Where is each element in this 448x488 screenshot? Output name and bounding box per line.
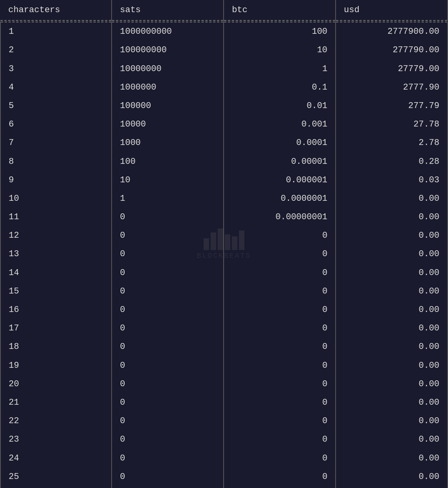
cell-chars: 22 bbox=[0, 412, 112, 430]
table-container: characters sats btc usd 1100000000010027… bbox=[0, 0, 448, 488]
col-header-usd: usd bbox=[336, 0, 448, 20]
cell-sats: 0 bbox=[112, 226, 224, 245]
cell-btc: 100 bbox=[224, 22, 336, 41]
cell-usd: 27.78 bbox=[336, 115, 448, 134]
cell-btc: 0 bbox=[224, 264, 336, 282]
cell-sats: 0 bbox=[112, 412, 224, 430]
cell-btc: 0 bbox=[224, 282, 336, 301]
cell-sats: 1 bbox=[112, 189, 224, 208]
cell-sats: 100 bbox=[112, 152, 224, 171]
table-row: 18000.00 bbox=[0, 338, 448, 356]
table-row: 110000000001002777900.00 bbox=[0, 22, 448, 41]
cell-btc: 0.000001 bbox=[224, 171, 336, 189]
cell-chars: 17 bbox=[0, 319, 112, 338]
cell-usd: 0.00 bbox=[336, 226, 448, 245]
table-row: 25000.00 bbox=[0, 468, 448, 486]
cell-usd: 0.00 bbox=[336, 468, 448, 486]
col-header-btc: btc bbox=[224, 0, 336, 20]
table-row: 81000.000010.28 bbox=[0, 152, 448, 171]
table-row: 26000.00 bbox=[0, 486, 448, 488]
cell-sats: 1000000 bbox=[112, 78, 224, 97]
cell-sats: 0 bbox=[112, 264, 224, 282]
cell-chars: 23 bbox=[0, 430, 112, 449]
cell-usd: 27779.00 bbox=[336, 60, 448, 78]
table-row: 310000000127779.00 bbox=[0, 60, 448, 78]
cell-chars: 1 bbox=[0, 22, 112, 41]
cell-btc: 0 bbox=[224, 412, 336, 430]
cell-usd: 0.00 bbox=[336, 412, 448, 430]
cell-chars: 16 bbox=[0, 301, 112, 319]
cell-sats: 10000000 bbox=[112, 60, 224, 78]
table-row: 14000.00 bbox=[0, 264, 448, 282]
cell-chars: 3 bbox=[0, 60, 112, 78]
cell-chars: 10 bbox=[0, 189, 112, 208]
cell-btc: 0 bbox=[224, 356, 336, 375]
cell-sats: 0 bbox=[112, 430, 224, 449]
cell-usd: 0.00 bbox=[336, 486, 448, 488]
cell-usd: 0.00 bbox=[336, 449, 448, 468]
cell-usd: 0.03 bbox=[336, 171, 448, 189]
cell-chars: 12 bbox=[0, 226, 112, 245]
cell-chars: 20 bbox=[0, 375, 112, 393]
cell-chars: 5 bbox=[0, 97, 112, 115]
table-row: 21000.00 bbox=[0, 393, 448, 412]
cell-btc: 0.01 bbox=[224, 97, 336, 115]
table-row: 19000.00 bbox=[0, 356, 448, 375]
cell-btc: 0.00001 bbox=[224, 152, 336, 171]
cell-chars: 21 bbox=[0, 393, 112, 412]
cell-sats: 100000 bbox=[112, 97, 224, 115]
table-row: 12000.00 bbox=[0, 226, 448, 245]
cell-usd: 0.00 bbox=[336, 319, 448, 338]
cell-chars: 2 bbox=[0, 41, 112, 59]
cell-btc: 0 bbox=[224, 375, 336, 393]
table-row: 13000.00 bbox=[0, 245, 448, 263]
cell-chars: 4 bbox=[0, 78, 112, 97]
cell-sats: 0 bbox=[112, 319, 224, 338]
cell-btc: 0.0001 bbox=[224, 134, 336, 152]
cell-sats: 1000 bbox=[112, 134, 224, 152]
cell-usd: 0.00 bbox=[336, 375, 448, 393]
cell-btc: 0 bbox=[224, 468, 336, 486]
cell-chars: 19 bbox=[0, 356, 112, 375]
table-row: 23000.00 bbox=[0, 430, 448, 449]
cell-usd: 0.00 bbox=[336, 393, 448, 412]
cell-usd: 2777900.00 bbox=[336, 22, 448, 41]
cell-usd: 0.00 bbox=[336, 245, 448, 263]
cell-usd: 0.00 bbox=[336, 338, 448, 356]
cell-btc: 0 bbox=[224, 319, 336, 338]
cell-sats: 0 bbox=[112, 375, 224, 393]
table-row: 710000.00012.78 bbox=[0, 134, 448, 152]
cell-chars: 26 bbox=[0, 486, 112, 488]
cell-sats: 0 bbox=[112, 468, 224, 486]
table-row: 20000.00 bbox=[0, 375, 448, 393]
cell-btc: 0.001 bbox=[224, 115, 336, 134]
cell-usd: 0.00 bbox=[336, 356, 448, 375]
table-row: 51000000.01277.79 bbox=[0, 97, 448, 115]
cell-btc: 0 bbox=[224, 393, 336, 412]
cell-btc: 0 bbox=[224, 430, 336, 449]
cell-usd: 0.00 bbox=[336, 189, 448, 208]
cell-sats: 0 bbox=[112, 486, 224, 488]
cell-sats: 100000000 bbox=[112, 41, 224, 59]
cell-btc: 0 bbox=[224, 338, 336, 356]
cell-btc: 0.00000001 bbox=[224, 208, 336, 226]
cell-chars: 7 bbox=[0, 134, 112, 152]
table-row: 410000000.12777.90 bbox=[0, 78, 448, 97]
data-table: characters sats btc usd 1100000000010027… bbox=[0, 0, 448, 488]
cell-usd: 0.00 bbox=[336, 430, 448, 449]
col-header-sats: sats bbox=[112, 0, 224, 20]
cell-usd: 0.00 bbox=[336, 264, 448, 282]
cell-usd: 0.00 bbox=[336, 282, 448, 301]
cell-btc: 0 bbox=[224, 486, 336, 488]
cell-sats: 10 bbox=[112, 171, 224, 189]
cell-btc: 1 bbox=[224, 60, 336, 78]
cell-chars: 25 bbox=[0, 468, 112, 486]
table-row: 17000.00 bbox=[0, 319, 448, 338]
cell-btc: 0 bbox=[224, 449, 336, 468]
cell-usd: 2.78 bbox=[336, 134, 448, 152]
table-row: 15000.00 bbox=[0, 282, 448, 301]
cell-sats: 0 bbox=[112, 356, 224, 375]
cell-chars: 18 bbox=[0, 338, 112, 356]
cell-chars: 14 bbox=[0, 264, 112, 282]
table-row: 22000.00 bbox=[0, 412, 448, 430]
